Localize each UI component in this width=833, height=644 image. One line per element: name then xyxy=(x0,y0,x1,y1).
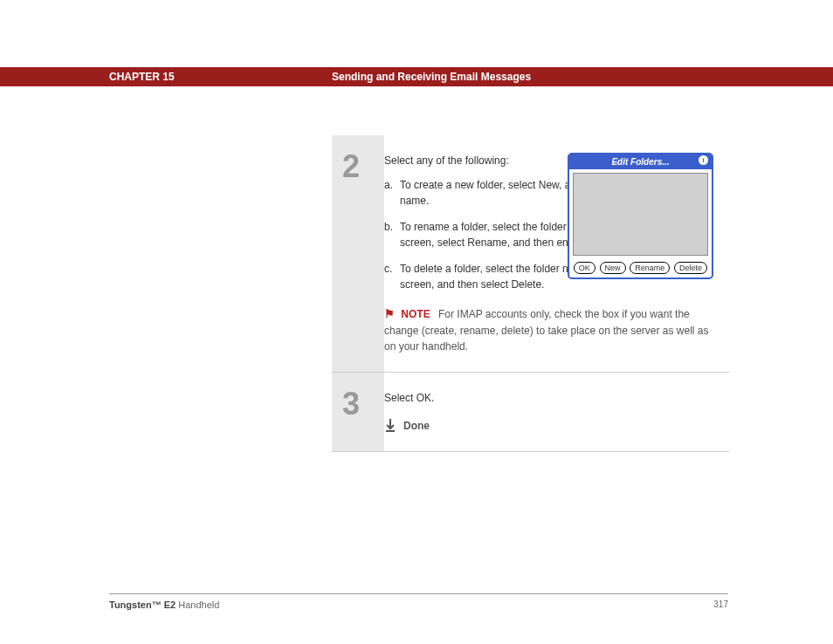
step-text: Select OK. xyxy=(384,390,713,406)
rename-button[interactable]: Rename xyxy=(630,262,670,274)
done-arrow-icon xyxy=(384,419,398,433)
step-body: Select any of the following: a. To creat… xyxy=(384,135,729,372)
note-text: For IMAP accounts only, check the box if… xyxy=(384,308,709,353)
list-letter: c. xyxy=(384,261,400,292)
note-block: ⚑ NOTE For IMAP accounts only, check the… xyxy=(384,305,713,354)
list-letter: b. xyxy=(384,219,400,250)
ok-button[interactable]: OK xyxy=(574,262,595,274)
edit-folders-dialog: Edit Folders... i OK New Rename Delete xyxy=(568,153,713,279)
dialog-title-bar: Edit Folders... i xyxy=(569,154,712,169)
done-indicator: Done xyxy=(384,418,713,434)
page-number: 317 xyxy=(713,599,728,610)
list-letter: a. xyxy=(384,177,400,209)
step-2: 2 Select any of the following: a. To cre… xyxy=(332,135,729,373)
done-label: Done xyxy=(403,418,430,434)
page-footer: Tungsten™ E2 Handheld 317 xyxy=(109,593,728,610)
chapter-label: CHAPTER 15 xyxy=(109,71,332,83)
note-flag-icon: ⚑ xyxy=(384,307,395,320)
dialog-button-row: OK New Rename Delete xyxy=(569,259,712,277)
step-number-column: 2 xyxy=(332,135,384,372)
chapter-title: Sending and Receiving Email Messages xyxy=(332,71,833,83)
info-icon[interactable]: i xyxy=(699,155,708,165)
new-button[interactable]: New xyxy=(600,262,626,274)
step-number: 3 xyxy=(342,386,384,422)
chapter-header-bar: CHAPTER 15 Sending and Receiving Email M… xyxy=(0,67,833,86)
step-3: 3 Select OK. Done xyxy=(332,373,729,452)
note-label: NOTE xyxy=(401,308,430,320)
folder-list-area[interactable] xyxy=(573,173,708,256)
step-number: 2 xyxy=(342,148,384,185)
dialog-title: Edit Folders... xyxy=(611,157,669,167)
product-name: Tungsten™ E2 Handheld xyxy=(109,599,219,610)
delete-button[interactable]: Delete xyxy=(674,262,707,274)
step-number-column: 3 xyxy=(332,373,384,451)
step-body: Select OK. Done xyxy=(384,373,729,451)
instruction-steps: 2 Select any of the following: a. To cre… xyxy=(332,135,729,452)
